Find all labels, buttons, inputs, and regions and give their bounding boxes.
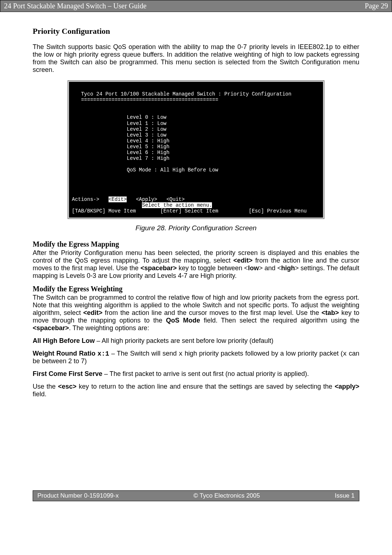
term-hint-line: Select the action menu. [72,202,212,208]
term-line: QoS Mode : All High Before Low [72,167,218,173]
header-page: Page 29 [365,2,388,10]
term-line: Level 5 : High [72,144,170,150]
page-content: Priority Configuration The Switch suppor… [0,12,392,425]
header-title: 24 Port Stackable Managed Switch – User … [4,2,147,10]
term-line: Level 2 : Low [72,126,166,132]
para-egress-mapping: After the Priority Configuration menu ha… [33,249,359,280]
term-line: Level 6 : High [72,150,170,155]
term-actions-line: Actions-> <Edit> <Apply> <Quit> [72,197,185,202]
option-first-come: First Come First Serve – The first packe… [33,370,359,378]
term-line: ========================================… [72,97,218,103]
terminal-body: Tyco 24 Port 10/100 Stackable Managed Sw… [69,82,323,218]
subhead-egress-mapping: Modify the Egress Mapping [33,240,359,248]
term-line: Level 0 : Low [72,114,166,120]
term-line: Level 3 : Low [72,132,166,138]
figure-caption: Figure 28. Priority Configuration Screen [33,224,359,232]
term-bottom-line: [TAB/BKSPC] Move Item [Enter] Select Ite… [72,208,307,214]
term-edit-selected: <Edit> [109,197,127,202]
page-header: 24 Port Stackable Managed Switch – User … [0,0,392,12]
section-title: Priority Configuration [33,27,359,36]
term-line: Level 7 : High [72,155,170,161]
footer-product: Product Number 0-1591099-x [37,492,119,499]
closing-para: Use the <esc> key to return to the actio… [33,383,359,398]
term-line: Level 1 : Low [72,121,166,126]
option-all-high: All High Before Low – All high priority … [33,337,359,345]
intro-paragraph: The Switch supports basic QoS operation … [33,43,359,74]
footer-copyright: © Tyco Electronics 2005 [193,492,260,499]
term-line: Level 4 : High [72,138,170,144]
option-weight-ratio: Weight Round Ratio x:1 – The Switch will… [33,350,359,365]
footer-issue: Issue 1 [335,492,355,499]
page-footer: Product Number 0-1591099-x © Tyco Electr… [33,490,359,501]
subhead-egress-weighting: Modify the Egress Weighting [33,285,359,293]
para-egress-weighting: The Switch can be programmed to control … [33,294,359,332]
term-line: Tyco 24 Port 10/100 Stackable Managed Sw… [72,91,291,97]
terminal-screenshot: Tyco 24 Port 10/100 Stackable Managed Sw… [68,80,324,219]
spacer [0,425,392,490]
